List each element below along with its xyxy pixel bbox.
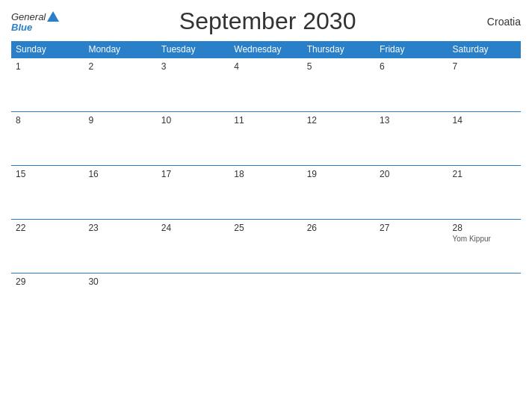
day-number: 3 (161, 61, 167, 72)
calendar-cell: 23 (84, 220, 156, 274)
calendar-cell: 27 (375, 220, 448, 274)
day-number: 11 (234, 115, 244, 126)
calendar-cell: 16 (84, 166, 156, 220)
day-number: 15 (16, 169, 25, 179)
calendar-cell (375, 274, 448, 318)
weekday-header-row: Sunday Monday Tuesday Wednesday Thursday… (11, 41, 521, 58)
calendar-cell: 12 (303, 112, 375, 166)
calendar-cell: 19 (303, 166, 375, 220)
calendar-cell: 6 (375, 58, 448, 112)
day-number: 18 (234, 169, 244, 179)
header-saturday: Saturday (448, 41, 521, 58)
calendar-cell: 21 (448, 166, 521, 220)
calendar-cell: 29 (11, 274, 84, 318)
calendar-cell: 1 (11, 58, 84, 112)
day-number: 16 (88, 169, 98, 179)
calendar-week-row: 2930 (11, 274, 521, 318)
header-friday: Friday (375, 41, 448, 58)
header-tuesday: Tuesday (157, 41, 229, 58)
calendar-cell: 20 (375, 166, 448, 220)
calendar-cell: 17 (157, 166, 229, 220)
day-number: 13 (380, 115, 389, 126)
calendar-cell: 4 (229, 58, 302, 112)
day-number: 21 (453, 169, 463, 179)
calendar-cell: 28Yom Kippur (448, 220, 521, 274)
calendar-cell: 24 (157, 220, 229, 274)
calendar-cell: 3 (157, 58, 229, 112)
calendar-cell (229, 274, 302, 318)
calendar-cell: 18 (229, 166, 302, 220)
header-wednesday: Wednesday (229, 41, 302, 58)
header-sunday: Sunday (11, 41, 84, 58)
country-label: Croatia (476, 16, 521, 28)
calendar-cell: 8 (11, 112, 84, 166)
calendar-cell: 15 (11, 166, 84, 220)
header-monday: Monday (84, 41, 156, 58)
calendar-week-row: 1234567 (11, 58, 521, 112)
calendar-cell: 7 (448, 58, 521, 112)
day-number: 14 (453, 115, 463, 126)
day-number: 19 (307, 169, 317, 179)
logo: General Blue (11, 11, 59, 32)
calendar-cell: 9 (84, 112, 156, 166)
day-number: 27 (380, 223, 389, 233)
calendar-cell: 14 (448, 112, 521, 166)
event-label: Yom Kippur (453, 235, 516, 243)
day-number: 2 (88, 61, 93, 72)
calendar-week-row: 15161718192021 (11, 166, 521, 220)
logo-triangle-icon (47, 11, 59, 22)
day-number: 28 (453, 223, 463, 233)
day-number: 1 (16, 61, 21, 72)
calendar-week-row: 22232425262728Yom Kippur (11, 220, 521, 274)
calendar-container: General Blue September 2030 Croatia Sund… (0, 0, 532, 411)
day-number: 25 (234, 223, 244, 233)
calendar-cell: 13 (375, 112, 448, 166)
logo-blue-text: Blue (11, 22, 32, 32)
day-number: 4 (234, 61, 239, 72)
calendar-cell (448, 274, 521, 318)
day-number: 8 (16, 115, 21, 126)
calendar-cell (157, 274, 229, 318)
day-number: 24 (161, 223, 171, 233)
day-number: 7 (453, 61, 458, 72)
calendar-cell: 5 (303, 58, 375, 112)
day-number: 12 (307, 115, 317, 126)
calendar-cell: 22 (11, 220, 84, 274)
logo-general-text: General (11, 12, 46, 22)
calendar-cell: 2 (84, 58, 156, 112)
calendar-week-row: 891011121314 (11, 112, 521, 166)
calendar-body: 1234567891011121314151617181920212223242… (11, 58, 521, 318)
day-number: 10 (161, 115, 171, 126)
day-number: 29 (16, 276, 25, 287)
calendar-table: Sunday Monday Tuesday Wednesday Thursday… (11, 41, 521, 318)
day-number: 17 (161, 169, 171, 179)
calendar-cell: 10 (157, 112, 229, 166)
day-number: 26 (307, 223, 317, 233)
calendar-title: September 2030 (59, 7, 476, 35)
calendar-cell: 30 (84, 274, 156, 318)
day-number: 5 (307, 61, 312, 72)
day-number: 22 (16, 223, 25, 233)
day-number: 23 (88, 223, 98, 233)
day-number: 30 (88, 276, 98, 287)
calendar-cell: 11 (229, 112, 302, 166)
calendar-header: General Blue September 2030 Croatia (11, 7, 521, 35)
calendar-cell (303, 274, 375, 318)
day-number: 9 (88, 115, 93, 126)
day-number: 6 (380, 61, 385, 72)
day-number: 20 (380, 169, 389, 179)
calendar-cell: 26 (303, 220, 375, 274)
calendar-cell: 25 (229, 220, 302, 274)
header-thursday: Thursday (303, 41, 375, 58)
